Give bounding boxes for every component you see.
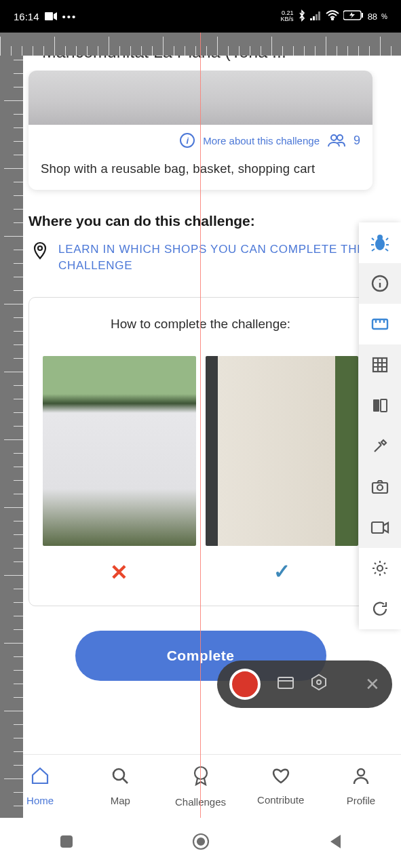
- svg-point-13: [358, 769, 364, 776]
- nav-contribute[interactable]: Contribute: [241, 755, 321, 818]
- svg-point-8: [331, 135, 337, 140]
- svg-point-24: [377, 566, 383, 571]
- dev-compare-icon[interactable]: [359, 385, 401, 426]
- sys-recent-button[interactable]: [59, 834, 74, 852]
- dev-centerline: [200, 33, 201, 818]
- svg-point-26: [317, 680, 321, 684]
- dev-camera-icon[interactable]: [359, 467, 401, 507]
- svg-point-29: [197, 838, 204, 845]
- battery-icon: [343, 10, 364, 22]
- svg-point-11: [113, 769, 124, 780]
- folder-icon[interactable]: [277, 675, 294, 694]
- more-icon: •••: [62, 11, 77, 22]
- dev-ruler-vertical: document.write(Array.from({length:60},(_…: [0, 33, 23, 818]
- svg-rect-25: [278, 677, 293, 688]
- dev-bug-icon[interactable]: [359, 222, 401, 263]
- svg-rect-18: [373, 358, 387, 372]
- dev-eyedropper-icon[interactable]: [359, 426, 401, 467]
- home-icon: [31, 767, 50, 789]
- signal-icon: [310, 11, 322, 22]
- record-button[interactable]: [229, 669, 261, 700]
- x-mark-icon: ✕: [110, 559, 128, 585]
- hex-settings-icon[interactable]: [311, 673, 327, 695]
- location-link-text: LEARN IN WHICH SHOPS YOU CAN COMPLETE TH…: [58, 241, 373, 274]
- nav-profile[interactable]: Profile: [321, 755, 401, 818]
- svg-rect-4: [318, 12, 320, 20]
- svg-point-5: [331, 18, 333, 20]
- recorder-bar: ✕: [217, 660, 392, 708]
- example-bad: ✕: [43, 356, 196, 585]
- svg-rect-19: [373, 399, 379, 412]
- dev-settings-icon[interactable]: [359, 548, 401, 589]
- info-icon: i: [180, 133, 195, 148]
- svg-point-10: [38, 246, 42, 250]
- network-speed: 0.21KB/s: [281, 10, 294, 22]
- svg-point-22: [377, 485, 383, 490]
- dev-rotate-icon[interactable]: [359, 589, 401, 629]
- svg-rect-1: [310, 18, 312, 20]
- wifi-icon: [326, 10, 339, 22]
- more-about-link[interactable]: More about this challenge: [203, 135, 320, 146]
- sys-home-button[interactable]: [192, 833, 210, 853]
- svg-rect-20: [381, 399, 387, 412]
- tote-bag-image: [206, 356, 359, 546]
- svg-rect-2: [313, 16, 315, 20]
- check-mark-icon: ✓: [273, 559, 290, 583]
- svg-point-9: [337, 135, 343, 140]
- close-icon[interactable]: ✕: [365, 674, 380, 695]
- dev-video-icon[interactable]: [359, 507, 401, 548]
- sys-back-button[interactable]: [328, 833, 342, 852]
- camera-indicator-icon: [45, 11, 57, 22]
- status-bar: 16:14 ••• 0.21KB/s 88%: [0, 0, 401, 33]
- svg-rect-23: [372, 522, 383, 533]
- plastic-bag-image: [43, 356, 196, 546]
- battery-percent: 88: [368, 12, 377, 22]
- participant-count: 9: [354, 134, 360, 148]
- nav-map[interactable]: Map: [80, 755, 160, 818]
- bluetooth-icon: [298, 9, 306, 24]
- location-pin-icon: [33, 241, 47, 274]
- clock: 16:14: [14, 11, 39, 22]
- svg-rect-0: [45, 12, 53, 20]
- system-nav-bar: [0, 818, 401, 868]
- svg-rect-7: [362, 13, 363, 18]
- dev-grid-icon[interactable]: [359, 344, 401, 385]
- search-icon: [111, 767, 129, 789]
- dev-tools-panel: [359, 222, 401, 629]
- heart-icon: [271, 768, 290, 789]
- profile-icon: [352, 767, 370, 789]
- dev-ruler-icon[interactable]: [359, 304, 401, 344]
- people-icon: [328, 134, 345, 147]
- dev-info-icon[interactable]: [359, 263, 401, 304]
- example-good: ✓: [206, 356, 359, 585]
- svg-point-15: [377, 235, 383, 240]
- svg-rect-3: [316, 14, 318, 20]
- svg-rect-27: [60, 835, 73, 848]
